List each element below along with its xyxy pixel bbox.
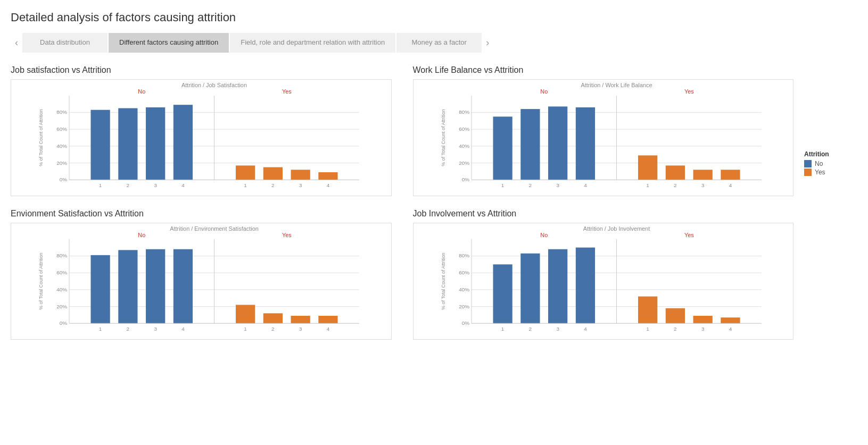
svg-text:20%: 20% xyxy=(459,159,469,165)
svg-text:No: No xyxy=(540,232,548,238)
bar-job-satisfaction-Yes-3 xyxy=(291,170,310,180)
svg-text:% of Total Count of Attrition: % of Total Count of Attrition xyxy=(441,109,446,166)
svg-text:0%: 0% xyxy=(60,320,68,326)
legend-color-yes xyxy=(804,169,812,176)
svg-text:2: 2 xyxy=(271,326,275,332)
svg-text:1: 1 xyxy=(244,182,247,188)
bar-job-involvement-No-3 xyxy=(548,249,567,324)
svg-text:4: 4 xyxy=(181,326,185,332)
chart-section-job-satisfaction: Job satisfaction vs Attrition80%60%40%20… xyxy=(11,65,392,198)
svg-text:3: 3 xyxy=(701,326,704,332)
svg-text:1: 1 xyxy=(501,182,504,188)
bar-work-life-balance-Yes-1 xyxy=(638,155,657,180)
svg-text:1: 1 xyxy=(99,326,102,332)
charts-container: Job satisfaction vs Attrition80%60%40%20… xyxy=(11,65,793,342)
chart-svg-job-satisfaction: 80%60%40%20%0%Attrition / Job Satisfacti… xyxy=(11,79,392,196)
svg-text:0%: 0% xyxy=(461,320,469,326)
svg-text:20%: 20% xyxy=(56,159,67,165)
svg-text:1: 1 xyxy=(646,182,649,188)
svg-text:20%: 20% xyxy=(56,303,67,309)
svg-text:3: 3 xyxy=(556,326,559,332)
chart-svg-job-involvement: 80%60%40%20%0%Attrition / Job Involvemen… xyxy=(413,223,794,340)
svg-text:% of Total Count of Attrition: % of Total Count of Attrition xyxy=(441,253,446,309)
legend-color-no xyxy=(804,160,812,167)
svg-text:60%: 60% xyxy=(56,270,67,275)
svg-text:3: 3 xyxy=(701,182,704,188)
chart-section-job-involvement: Job Involvement vs Attrition80%60%40%20%… xyxy=(413,209,794,342)
nav-tab-different-factors[interactable]: Different factors causing attrition xyxy=(109,33,229,53)
svg-text:20%: 20% xyxy=(459,303,469,309)
svg-text:Yes: Yes xyxy=(282,88,292,95)
svg-text:Attrition / Job Satisfaction: Attrition / Job Satisfaction xyxy=(181,82,247,88)
svg-text:Attrition / Work Life Balance: Attrition / Work Life Balance xyxy=(581,82,652,88)
legend-title: Attrition xyxy=(804,150,857,158)
bar-environment-satisfaction-Yes-1 xyxy=(236,305,255,323)
bar-environment-satisfaction-Yes-3 xyxy=(291,316,310,323)
svg-text:Yes: Yes xyxy=(282,232,292,238)
svg-text:80%: 80% xyxy=(56,109,67,115)
svg-text:2: 2 xyxy=(271,182,275,188)
svg-text:3: 3 xyxy=(154,182,157,188)
page-title: Detailed analysis of factors causing att… xyxy=(11,11,857,24)
tabs-container: Data distributionDifferent factors causi… xyxy=(22,33,482,53)
svg-text:0%: 0% xyxy=(60,177,68,182)
bar-job-involvement-Yes-4 xyxy=(721,317,740,323)
svg-text:Yes: Yes xyxy=(684,88,693,95)
nav-prev-arrow[interactable]: ‹ xyxy=(11,37,22,48)
svg-text:0%: 0% xyxy=(461,177,469,182)
svg-text:No: No xyxy=(540,88,548,95)
bar-job-involvement-Yes-3 xyxy=(693,316,712,323)
svg-text:No: No xyxy=(138,88,145,95)
svg-text:2: 2 xyxy=(127,182,130,188)
svg-text:1: 1 xyxy=(501,326,504,332)
chart-section-work-life-balance: Work Life Balance vs Attrition80%60%40%2… xyxy=(413,65,794,198)
svg-text:Yes: Yes xyxy=(684,232,693,238)
svg-text:% of Total Count of Attrition: % of Total Count of Attrition xyxy=(38,253,44,309)
svg-text:60%: 60% xyxy=(459,270,469,275)
svg-text:4: 4 xyxy=(729,326,732,332)
svg-text:2: 2 xyxy=(674,326,677,332)
bar-work-life-balance-Yes-2 xyxy=(665,165,684,180)
chart-title-work-life-balance: Work Life Balance vs Attrition xyxy=(413,65,794,75)
bar-work-life-balance-No-3 xyxy=(548,106,567,180)
svg-text:40%: 40% xyxy=(459,287,469,292)
bar-environment-satisfaction-No-1 xyxy=(90,255,110,323)
nav-next-arrow[interactable]: › xyxy=(482,37,493,48)
bar-job-involvement-No-4 xyxy=(575,247,594,323)
svg-text:3: 3 xyxy=(556,182,559,188)
svg-text:% of Total Count of Attrition: % of Total Count of Attrition xyxy=(38,109,44,166)
nav-tab-money-factor[interactable]: Money as a factor xyxy=(396,33,482,53)
bar-job-satisfaction-No-1 xyxy=(90,110,110,180)
bar-work-life-balance-No-2 xyxy=(520,109,540,180)
svg-text:2: 2 xyxy=(127,326,130,332)
bar-environment-satisfaction-No-3 xyxy=(146,249,165,324)
nav-tab-data-distribution[interactable]: Data distribution xyxy=(22,33,108,53)
svg-text:Attrition / Job Involvement: Attrition / Job Involvement xyxy=(583,225,649,232)
svg-text:2: 2 xyxy=(528,182,532,188)
svg-text:1: 1 xyxy=(646,326,649,332)
bar-work-life-balance-Yes-3 xyxy=(693,170,712,180)
legend-item-no: No xyxy=(804,160,857,167)
bar-environment-satisfaction-No-4 xyxy=(173,249,193,324)
svg-text:3: 3 xyxy=(299,326,302,332)
bar-work-life-balance-No-4 xyxy=(575,107,594,180)
bar-work-life-balance-Yes-4 xyxy=(721,170,740,180)
svg-text:60%: 60% xyxy=(459,126,469,132)
svg-text:4: 4 xyxy=(181,182,185,188)
svg-text:1: 1 xyxy=(244,326,247,332)
svg-text:80%: 80% xyxy=(459,253,469,258)
bar-job-involvement-Yes-2 xyxy=(665,308,684,324)
bar-environment-satisfaction-No-2 xyxy=(118,250,137,323)
bar-job-satisfaction-No-2 xyxy=(118,108,137,180)
svg-text:4: 4 xyxy=(327,326,330,332)
bar-environment-satisfaction-Yes-2 xyxy=(263,313,283,323)
svg-text:40%: 40% xyxy=(459,143,469,149)
chart-title-job-involvement: Job Involvement vs Attrition xyxy=(413,209,794,219)
svg-text:40%: 40% xyxy=(56,287,67,292)
svg-text:No: No xyxy=(138,232,145,238)
svg-text:2: 2 xyxy=(528,326,532,332)
svg-text:4: 4 xyxy=(729,182,732,188)
nav-tab-field-role[interactable]: Field, role and department relation with… xyxy=(230,33,395,53)
bar-environment-satisfaction-Yes-4 xyxy=(318,316,337,323)
svg-text:80%: 80% xyxy=(459,109,469,115)
